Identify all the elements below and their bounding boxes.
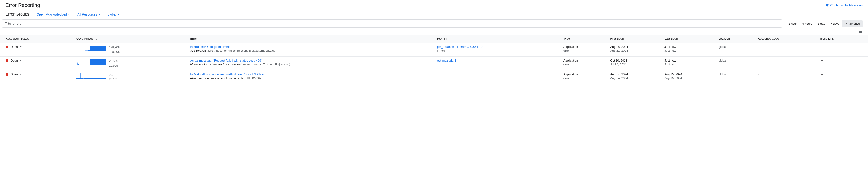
col-error[interactable]: Error [187,34,434,43]
status-selector[interactable]: Open ▼ [5,45,71,49]
svg-rect-134 [7,75,7,75]
svg-rect-109 [83,64,84,65]
col-first-seen[interactable]: First Seen [608,34,662,43]
svg-rect-67 [7,60,7,61]
svg-rect-176 [85,78,85,79]
caret-down-icon: ▼ [20,59,22,62]
col-seen-in[interactable]: Seen In [434,34,561,43]
error-link[interactable]: Actual message: "Request failed with sta… [190,59,431,62]
svg-rect-103 [77,63,78,65]
time-range-option[interactable]: 30 days [842,20,863,27]
svg-rect-59 [99,46,100,51]
table-row: Open ▼ 128,908 128,908 InterruptedIOExce… [0,43,868,57]
error-link[interactable]: InterruptedIOException: timeout [190,45,431,49]
svg-rect-55 [95,46,96,51]
first-seen: Oct 10, 2023Jul 30, 2024 [610,59,659,66]
svg-rect-65 [105,46,106,51]
caret-down-icon: ▼ [98,13,100,16]
add-issue-link-button[interactable] [820,45,824,49]
error-link[interactable]: NoMethodError: undefined method `each' f… [190,72,431,76]
error-status-icon [5,45,9,49]
status-selector[interactable]: Open ▼ [5,59,71,62]
svg-rect-54 [94,46,95,51]
add-issue-link-button[interactable] [820,72,824,76]
seen-in-link[interactable]: test-mpaluda-1 [436,59,558,62]
col-last-seen[interactable]: Last Seen [662,34,716,43]
col-location[interactable]: Location [716,34,755,43]
svg-rect-39 [80,51,80,51]
time-range-option[interactable]: 7 days [828,20,842,27]
svg-rect-40 [80,51,81,51]
svg-rect-56 [96,46,97,51]
svg-rect-48 [88,50,89,51]
filter-input[interactable] [5,22,779,25]
svg-rect-196 [104,78,105,79]
error-type: Applicationerror [563,59,605,66]
svg-rect-41 [82,51,82,51]
col-resolution-status[interactable]: Resolution Status [0,34,74,43]
svg-rect-184 [92,78,93,79]
svg-rect-190 [98,78,99,79]
svg-rect-131 [105,59,106,65]
col-occurrences[interactable]: Occurrences [74,34,187,43]
svg-rect-43 [83,51,84,51]
svg-rect-115 [89,64,90,65]
caret-down-icon: ▼ [20,73,22,76]
status-label: Open [10,72,18,76]
svg-rect-110 [85,64,85,65]
svg-rect-197 [105,78,106,79]
svg-rect-192 [100,78,101,79]
svg-rect-172 [80,73,81,79]
svg-rect-119 [93,59,94,65]
svg-rect-58 [98,46,99,51]
svg-rect-125 [99,59,100,65]
svg-rect-130 [104,59,105,65]
svg-rect-122 [96,59,97,65]
sparkline [76,59,106,66]
region-filter[interactable]: global ▼ [108,12,119,16]
col-type[interactable]: Type [561,34,608,43]
svg-rect-179 [87,78,88,79]
svg-rect-127 [101,59,102,65]
seen-in-link[interactable]: gke_instances: opente …69664-7lslp [436,45,558,49]
sparkline [76,73,106,79]
last-seen: Just nowJust now [664,45,713,52]
resources-filter[interactable]: All Resources ▼ [77,12,100,16]
error-table: Resolution Status Occurrences Error Seen… [0,34,868,84]
region-filter-label: global [108,12,116,16]
error-type: Applicationerror [563,45,605,52]
svg-rect-118 [92,59,93,65]
configure-notifications-link[interactable]: Configure Notifications [825,3,863,7]
configure-notifications-label: Configure Notifications [830,3,863,7]
col-issue-link[interactable]: Issue Link [817,34,868,43]
svg-rect-183 [91,78,92,79]
status-label: Open [10,45,18,49]
svg-rect-191 [99,78,100,79]
time-range-option[interactable]: 1 hour [786,20,800,27]
status-filter-label: Open, Acknowledged [37,12,67,16]
svg-rect-111 [85,64,86,65]
svg-rect-195 [103,78,104,79]
svg-rect-46 [86,51,87,51]
caret-down-icon: ▼ [117,13,119,16]
svg-rect-170 [79,78,79,79]
status-selector[interactable]: Open ▼ [5,72,71,76]
occurrence-counts: 20,131 20,131 [109,72,118,82]
error-location: 44 /email_server/views/confirmation.erb(… [190,77,431,80]
add-issue-link-button[interactable] [820,59,824,62]
filter-input-wrap[interactable] [2,20,782,28]
time-range-option[interactable]: 6 hours [800,20,815,27]
svg-rect-106 [80,64,81,65]
svg-rect-51 [91,46,92,51]
time-range-option[interactable]: 1 day [815,20,828,27]
response-code: - [755,43,817,57]
svg-rect-57 [97,46,98,51]
columns-icon[interactable] [858,30,863,34]
occurrence-counts: 128,908 128,908 [109,45,120,54]
svg-rect-123 [97,59,98,65]
location: global [716,57,755,70]
col-response-code[interactable]: Response Code [755,34,817,43]
svg-rect-105 [80,64,80,65]
svg-rect-37 [77,51,78,51]
status-filter[interactable]: Open, Acknowledged ▼ [37,12,70,16]
